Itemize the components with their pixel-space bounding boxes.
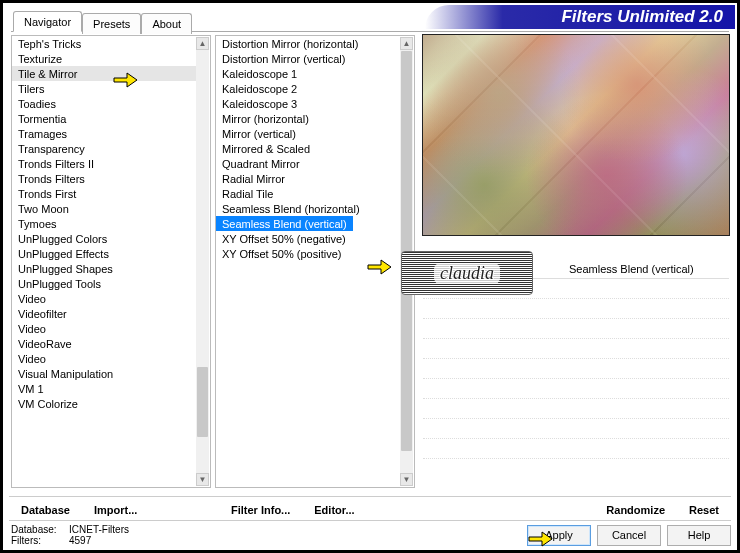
filter-item[interactable]: Seamless Blend (horizontal) bbox=[216, 201, 400, 216]
category-item[interactable]: Videofilter bbox=[12, 306, 196, 321]
filter-item[interactable]: Distortion Mirror (horizontal) bbox=[216, 36, 400, 51]
db-value: ICNET-Filters bbox=[69, 524, 129, 535]
category-item[interactable]: Visual Manipulation bbox=[12, 366, 196, 381]
category-item[interactable]: Video bbox=[12, 321, 196, 336]
category-item[interactable]: Tilers bbox=[12, 81, 196, 96]
dialog-button-bar: Database: ICNET-Filters Filters: 4597 Ap… bbox=[9, 520, 731, 546]
app-title-bar: Filters Unlimited 2.0 bbox=[425, 5, 735, 29]
filter-item[interactable]: Seamless Blend (vertical) bbox=[216, 216, 353, 231]
database-info: Database: ICNET-Filters Filters: 4597 bbox=[9, 524, 129, 546]
tab-navigator[interactable]: Navigator bbox=[13, 11, 82, 32]
category-item[interactable]: Transparency bbox=[12, 141, 196, 156]
category-item[interactable]: VM Colorize bbox=[12, 396, 196, 411]
filters-label: Filters: bbox=[11, 535, 61, 546]
filter-item[interactable]: Distortion Mirror (vertical) bbox=[216, 51, 400, 66]
category-item[interactable]: Toadies bbox=[12, 96, 196, 111]
filter-item[interactable]: Quadrant Mirror bbox=[216, 156, 400, 171]
reset-button[interactable]: Reset bbox=[677, 502, 731, 516]
category-item[interactable]: Video bbox=[12, 351, 196, 366]
category-scrollbar[interactable]: ▲ ▼ bbox=[196, 37, 209, 486]
param-row bbox=[423, 299, 729, 319]
param-row bbox=[423, 399, 729, 419]
category-item[interactable]: Tronds Filters bbox=[12, 171, 196, 186]
app-window: Filters Unlimited 2.0 Navigator Presets … bbox=[0, 0, 740, 553]
category-list[interactable]: Teph's TricksTexturizeTile & MirrorTiler… bbox=[11, 35, 211, 488]
category-item[interactable]: Tile & Mirror bbox=[12, 66, 196, 81]
pointer-annotation-icon bbox=[526, 527, 554, 551]
scroll-up-icon[interactable]: ▲ bbox=[400, 37, 413, 50]
filter-item[interactable]: Radial Tile bbox=[216, 186, 400, 201]
category-item[interactable]: Teph's Tricks bbox=[12, 36, 196, 51]
param-row bbox=[423, 319, 729, 339]
filter-item[interactable]: Mirror (horizontal) bbox=[216, 111, 400, 126]
scroll-down-icon[interactable]: ▼ bbox=[400, 473, 413, 486]
param-row bbox=[423, 419, 729, 439]
filter-item[interactable]: XY Offset 50% (negative) bbox=[216, 231, 400, 246]
filter-item[interactable]: Kaleidoscope 3 bbox=[216, 96, 400, 111]
param-row bbox=[423, 339, 729, 359]
category-item[interactable]: VideoRave bbox=[12, 336, 196, 351]
scroll-down-icon[interactable]: ▼ bbox=[196, 473, 209, 486]
filters-value: 4597 bbox=[69, 535, 91, 546]
category-item[interactable]: Tymoes bbox=[12, 216, 196, 231]
filter-item[interactable]: Radial Mirror bbox=[216, 171, 400, 186]
cancel-button[interactable]: Cancel bbox=[597, 525, 661, 546]
import-button[interactable]: Import... bbox=[82, 502, 149, 516]
watermark: claudia bbox=[401, 251, 533, 295]
category-item[interactable]: UnPlugged Effects bbox=[12, 246, 196, 261]
app-title: Filters Unlimited 2.0 bbox=[561, 7, 723, 26]
pointer-annotation-icon bbox=[111, 68, 139, 92]
editor-button[interactable]: Editor... bbox=[302, 502, 366, 516]
help-button[interactable]: Help bbox=[667, 525, 731, 546]
db-label: Database: bbox=[11, 524, 61, 535]
param-row bbox=[423, 439, 729, 459]
category-item[interactable]: Tronds Filters II bbox=[12, 156, 196, 171]
category-item[interactable]: VM 1 bbox=[12, 381, 196, 396]
tab-strip: Navigator Presets About bbox=[13, 11, 192, 32]
watermark-text: claudia bbox=[434, 263, 500, 284]
category-item[interactable]: Texturize bbox=[12, 51, 196, 66]
filter-item[interactable]: Kaleidoscope 1 bbox=[216, 66, 400, 81]
filter-info-button[interactable]: Filter Info... bbox=[219, 502, 302, 516]
category-item[interactable]: UnPlugged Shapes bbox=[12, 261, 196, 276]
randomize-button[interactable]: Randomize bbox=[594, 502, 677, 516]
category-item[interactable]: Two Moon bbox=[12, 201, 196, 216]
filter-item[interactable]: Mirror (vertical) bbox=[216, 126, 400, 141]
param-row bbox=[423, 359, 729, 379]
filter-item[interactable]: Kaleidoscope 2 bbox=[216, 81, 400, 96]
preview-image bbox=[423, 35, 729, 235]
filter-item[interactable]: Mirrored & Scaled bbox=[216, 141, 400, 156]
param-rows bbox=[423, 279, 729, 459]
category-item[interactable]: Tramages bbox=[12, 126, 196, 141]
category-item[interactable]: Tormentia bbox=[12, 111, 196, 126]
scroll-thumb[interactable] bbox=[197, 367, 208, 437]
pointer-annotation-icon bbox=[365, 255, 393, 279]
category-item[interactable]: Video bbox=[12, 291, 196, 306]
text-button-bar: Database Import... Filter Info... Editor… bbox=[9, 496, 731, 516]
category-item[interactable]: Tronds First bbox=[12, 186, 196, 201]
scroll-up-icon[interactable]: ▲ bbox=[196, 37, 209, 50]
category-item[interactable]: UnPlugged Colors bbox=[12, 231, 196, 246]
tab-about[interactable]: About bbox=[141, 13, 192, 34]
database-button[interactable]: Database bbox=[9, 502, 82, 516]
param-row bbox=[423, 379, 729, 399]
category-item[interactable]: UnPlugged Tools bbox=[12, 276, 196, 291]
tab-presets[interactable]: Presets bbox=[82, 13, 141, 34]
